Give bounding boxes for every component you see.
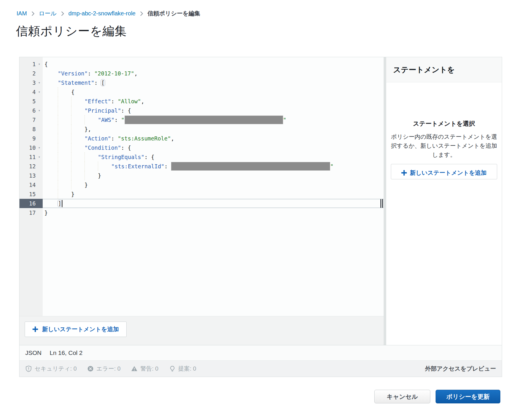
- code-line-4[interactable]: {: [43, 87, 384, 97]
- token-punct: },: [85, 126, 91, 132]
- language-label: JSON: [25, 349, 42, 356]
- indent-guide: [58, 134, 58, 143]
- indent-guide: [58, 106, 58, 115]
- gutter-line-10[interactable]: 10▾: [19, 143, 43, 152]
- fold-arrow-icon[interactable]: ▾: [36, 155, 43, 159]
- token-bracket: ]: [57, 200, 62, 207]
- token-punct: :: [111, 135, 118, 142]
- cancel-button[interactable]: キャンセル: [374, 390, 430, 403]
- gutter-line-5: 5: [19, 97, 43, 106]
- errors-count-label: エラー: 0: [96, 365, 121, 373]
- code-line-16[interactable]: ]: [43, 199, 384, 208]
- code-line-17[interactable]: }: [43, 208, 384, 217]
- code-line-14[interactable]: }: [43, 180, 384, 190]
- indent-guide: [71, 124, 71, 134]
- code-line-6[interactable]: "Principal": {: [43, 106, 384, 115]
- code-lines[interactable]: {"Version": "2012-10-17","Statement": [{…: [43, 57, 384, 316]
- token-bracket: [: [101, 79, 105, 86]
- token-punct: }: [98, 172, 101, 179]
- breadcrumb: IAM ロール dmp-abc-2-snowflake-role 信頼ポリシーを…: [17, 10, 200, 17]
- gutter-line-9: 9: [19, 134, 43, 143]
- warnings-count-label: 警告: 0: [140, 365, 158, 373]
- code-line-5[interactable]: "Effect": "Allow",: [43, 97, 384, 106]
- statement-panel-body: ステートメントを選択 ポリシー内の既存のステートメントを選択するか、新しいステー…: [386, 82, 502, 345]
- fold-arrow-icon[interactable]: ▾: [36, 109, 43, 113]
- token-punct: :: [111, 98, 118, 104]
- error-circle-icon: [87, 365, 94, 372]
- token-punct: :: [88, 70, 94, 77]
- code-line-1[interactable]: {: [43, 59, 384, 69]
- gutter-line-16: 16: [19, 199, 43, 208]
- indent-guide: [71, 97, 71, 106]
- editor-status-bar: JSON Ln 16, Col 2: [19, 345, 502, 360]
- page-actions: キャンセル ポリシーを更新: [19, 390, 500, 403]
- fold-arrow-icon[interactable]: ▾: [36, 146, 43, 150]
- token-string: "Allow": [118, 98, 141, 104]
- panel-add-statement-button[interactable]: 新しいステートメントを追加: [391, 164, 497, 179]
- token-punct: :: [164, 163, 171, 169]
- errors-status: エラー: 0: [87, 365, 121, 373]
- code-line-7[interactable]: "AWS": "": [43, 115, 384, 124]
- breadcrumb-current: 信頼ポリシーを編集: [148, 10, 200, 17]
- code-line-15[interactable]: }: [43, 190, 384, 199]
- cursor-position-label: Ln 16, Col 2: [50, 349, 82, 356]
- gutter-line-8: 8: [19, 124, 43, 134]
- fold-arrow-icon[interactable]: ▾: [36, 81, 43, 85]
- statement-panel: ステートメントを ステートメントを選択 ポリシー内の既存のステートメントを選択す…: [386, 57, 502, 345]
- code-line-12[interactable]: "sts:ExternalId": ": [43, 162, 384, 171]
- gutter-line-14: 14: [19, 180, 43, 190]
- text-cursor: [62, 200, 62, 207]
- gutter-line-11[interactable]: 11▾: [19, 152, 43, 162]
- json-editor-column: 1▾23▾4▾56▾78910▾11▾121314151617 {"Versio…: [19, 57, 384, 345]
- token-key: "Version": [58, 70, 88, 77]
- gutter-line-2: 2: [19, 69, 43, 78]
- suggestions-count-label: 提案: 0: [178, 365, 196, 373]
- code-line-10[interactable]: "Condition": {: [43, 143, 384, 152]
- code-line-8[interactable]: },: [43, 124, 384, 134]
- token-punct: {: [44, 61, 48, 67]
- editor-gutter[interactable]: 1▾23▾4▾56▾78910▾11▾121314151617: [19, 57, 43, 316]
- token-punct: :: [94, 80, 101, 86]
- token-punct: ,: [171, 135, 174, 142]
- breadcrumb-item-role-name[interactable]: dmp-abc-2-snowflake-role: [69, 10, 136, 17]
- add-statement-button[interactable]: 新しいステートメントを追加: [25, 322, 127, 337]
- token-punct: ,: [141, 98, 144, 104]
- indent-guide: [58, 87, 58, 97]
- indent-guide: [58, 115, 58, 124]
- indent-guide: [58, 162, 58, 171]
- gutter-line-4[interactable]: 4▾: [19, 87, 43, 97]
- fold-arrow-icon[interactable]: ▾: [36, 62, 43, 66]
- editor-footer-strip: 新しいステートメントを追加: [19, 316, 384, 345]
- gutter-line-13: 13: [19, 171, 43, 180]
- token-punct: : {: [144, 154, 154, 160]
- code-editor[interactable]: 1▾23▾4▾56▾78910▾11▾121314151617 {"Versio…: [19, 57, 384, 316]
- token-punct: : {: [121, 145, 131, 151]
- indent-guide: [58, 171, 58, 180]
- gutter-line-1[interactable]: 1▾: [19, 59, 43, 69]
- token-punct: }: [85, 182, 88, 188]
- code-line-9[interactable]: "Action": "sts:AssumeRole",: [43, 134, 384, 143]
- editor-panel-resizer[interactable]: [384, 57, 386, 345]
- trust-policy-editor-container: 1▾23▾4▾56▾78910▾11▾121314151617 {"Versio…: [19, 57, 502, 377]
- update-policy-button[interactable]: ポリシーを更新: [436, 390, 500, 403]
- token-punct: : {: [121, 107, 131, 114]
- warnings-status: 警告: 0: [131, 365, 158, 373]
- gutter-line-3[interactable]: 3▾: [19, 78, 43, 87]
- code-line-3[interactable]: "Statement": [: [43, 78, 384, 87]
- code-line-11[interactable]: "StringEquals": {: [43, 152, 384, 162]
- code-line-2[interactable]: "Version": "2012-10-17",: [43, 69, 384, 78]
- token-string: ": [121, 117, 124, 123]
- select-statement-heading: ステートメントを選択: [391, 120, 497, 128]
- indent-guide: [71, 143, 71, 152]
- breadcrumb-item-roles[interactable]: ロール: [39, 10, 57, 17]
- breadcrumb-item-iam[interactable]: IAM: [17, 10, 27, 17]
- statement-panel-title: ステートメントを: [386, 57, 502, 82]
- fold-arrow-icon[interactable]: ▾: [36, 90, 43, 94]
- preview-external-access-link[interactable]: 外部アクセスをプレビュー: [425, 365, 496, 373]
- security-status: セキュリティ: 0: [25, 365, 77, 373]
- chevron-right-icon: [31, 11, 35, 16]
- gutter-line-6[interactable]: 6▾: [19, 106, 43, 115]
- warning-triangle-icon: [131, 365, 138, 372]
- code-line-13[interactable]: }: [43, 171, 384, 180]
- chevron-right-icon: [140, 11, 143, 16]
